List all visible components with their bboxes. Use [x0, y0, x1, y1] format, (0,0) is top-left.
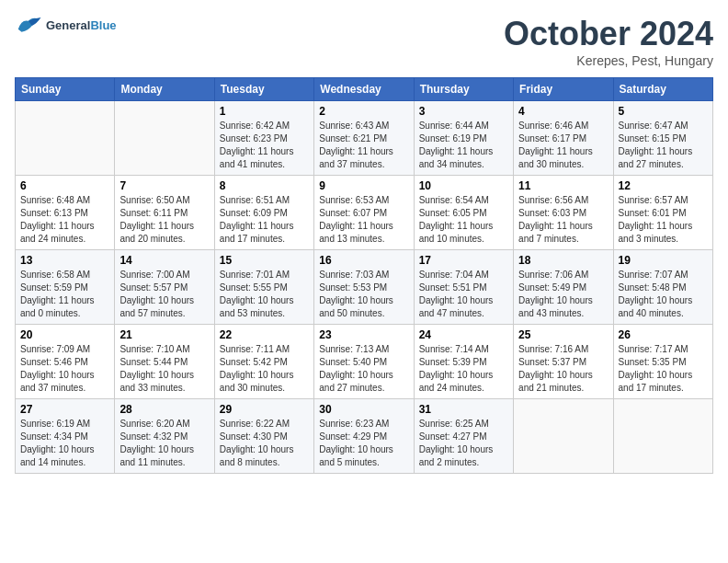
calendar-week-row: 6Sunrise: 6:48 AMSunset: 6:13 PMDaylight… [16, 176, 713, 250]
day-number: 27 [20, 403, 109, 416]
weekday-header: Sunday [16, 78, 115, 101]
day-number: 25 [518, 328, 608, 341]
month-title: October 2024 [504, 15, 713, 53]
calendar-cell: 8Sunrise: 6:51 AMSunset: 6:09 PMDaylight… [214, 176, 313, 250]
day-number: 4 [518, 105, 608, 118]
day-details: Sunrise: 6:48 AMSunset: 6:13 PMDaylight:… [20, 194, 109, 246]
day-number: 5 [619, 105, 708, 118]
day-number: 9 [319, 179, 408, 192]
day-details: Sunrise: 7:01 AMSunset: 5:55 PMDaylight:… [220, 269, 309, 320]
weekday-header: Wednesday [314, 78, 414, 101]
day-details: Sunrise: 6:23 AMSunset: 4:29 PMDaylight:… [319, 418, 408, 469]
day-number: 14 [119, 254, 209, 267]
day-details: Sunrise: 7:00 AMSunset: 5:57 PMDaylight:… [119, 269, 209, 320]
calendar-cell: 22Sunrise: 7:11 AMSunset: 5:42 PMDayligh… [214, 325, 313, 399]
calendar-cell: 20Sunrise: 7:09 AMSunset: 5:46 PMDayligh… [16, 325, 115, 399]
title-section: October 2024 Kerepes, Pest, Hungary [504, 15, 713, 68]
day-number: 21 [119, 328, 209, 341]
location-label: Kerepes, Pest, Hungary [504, 53, 713, 68]
day-number: 24 [419, 328, 508, 341]
weekday-header: Friday [514, 78, 613, 101]
day-number: 16 [319, 254, 408, 267]
day-details: Sunrise: 7:16 AMSunset: 5:37 PMDaylight:… [518, 343, 608, 395]
day-details: Sunrise: 6:58 AMSunset: 5:59 PMDaylight:… [20, 269, 109, 320]
day-details: Sunrise: 6:43 AMSunset: 6:21 PMDaylight:… [319, 120, 408, 171]
day-number: 20 [20, 328, 109, 341]
weekday-header: Monday [115, 78, 214, 101]
day-details: Sunrise: 6:22 AMSunset: 4:30 PMDaylight:… [220, 418, 309, 469]
day-number: 22 [220, 328, 309, 341]
day-number: 13 [20, 254, 109, 267]
day-number: 8 [220, 179, 309, 192]
logo: GeneralBlue [15, 15, 117, 37]
day-details: Sunrise: 7:04 AMSunset: 5:51 PMDaylight:… [419, 269, 508, 320]
weekday-row: SundayMondayTuesdayWednesdayThursdayFrid… [16, 78, 713, 101]
calendar-cell [514, 399, 613, 474]
calendar-week-row: 13Sunrise: 6:58 AMSunset: 5:59 PMDayligh… [16, 250, 713, 325]
day-number: 28 [119, 403, 209, 416]
calendar-week-row: 1Sunrise: 6:42 AMSunset: 6:23 PMDaylight… [16, 101, 713, 176]
day-details: Sunrise: 7:13 AMSunset: 5:40 PMDaylight:… [319, 343, 408, 395]
calendar-cell [613, 399, 712, 474]
day-number: 3 [419, 105, 508, 118]
day-details: Sunrise: 6:19 AMSunset: 4:34 PMDaylight:… [20, 418, 109, 469]
calendar-cell: 28Sunrise: 6:20 AMSunset: 4:32 PMDayligh… [115, 399, 214, 474]
logo-icon [15, 15, 42, 37]
day-details: Sunrise: 6:25 AMSunset: 4:27 PMDaylight:… [419, 418, 508, 469]
day-details: Sunrise: 6:20 AMSunset: 4:32 PMDaylight:… [119, 418, 209, 469]
day-number: 30 [319, 403, 408, 416]
day-number: 19 [619, 254, 708, 267]
calendar-cell: 26Sunrise: 7:17 AMSunset: 5:35 PMDayligh… [613, 325, 712, 399]
calendar-cell: 7Sunrise: 6:50 AMSunset: 6:11 PMDaylight… [115, 176, 214, 250]
day-number: 1 [220, 105, 309, 118]
calendar-cell: 30Sunrise: 6:23 AMSunset: 4:29 PMDayligh… [314, 399, 414, 474]
day-number: 7 [119, 179, 209, 192]
calendar-cell: 12Sunrise: 6:57 AMSunset: 6:01 PMDayligh… [613, 176, 712, 250]
day-details: Sunrise: 7:10 AMSunset: 5:44 PMDaylight:… [119, 343, 209, 395]
day-number: 26 [619, 328, 708, 341]
calendar-cell: 1Sunrise: 6:42 AMSunset: 6:23 PMDaylight… [214, 101, 313, 176]
day-number: 2 [319, 105, 408, 118]
day-details: Sunrise: 7:09 AMSunset: 5:46 PMDaylight:… [20, 343, 109, 395]
day-number: 11 [518, 179, 608, 192]
calendar-cell: 27Sunrise: 6:19 AMSunset: 4:34 PMDayligh… [16, 399, 115, 474]
calendar-cell: 25Sunrise: 7:16 AMSunset: 5:37 PMDayligh… [514, 325, 613, 399]
day-details: Sunrise: 6:51 AMSunset: 6:09 PMDaylight:… [220, 194, 309, 246]
weekday-header: Thursday [414, 78, 513, 101]
calendar-body: 1Sunrise: 6:42 AMSunset: 6:23 PMDaylight… [16, 101, 713, 474]
calendar-cell: 18Sunrise: 7:06 AMSunset: 5:49 PMDayligh… [514, 250, 613, 325]
day-details: Sunrise: 6:42 AMSunset: 6:23 PMDaylight:… [220, 120, 309, 171]
day-number: 15 [220, 254, 309, 267]
calendar-cell: 4Sunrise: 6:46 AMSunset: 6:17 PMDaylight… [514, 101, 613, 176]
calendar-cell: 5Sunrise: 6:47 AMSunset: 6:15 PMDaylight… [613, 101, 712, 176]
calendar-week-row: 20Sunrise: 7:09 AMSunset: 5:46 PMDayligh… [16, 325, 713, 399]
day-number: 18 [518, 254, 608, 267]
day-number: 17 [419, 254, 508, 267]
day-details: Sunrise: 6:50 AMSunset: 6:11 PMDaylight:… [119, 194, 209, 246]
day-details: Sunrise: 7:11 AMSunset: 5:42 PMDaylight:… [220, 343, 309, 395]
day-details: Sunrise: 6:47 AMSunset: 6:15 PMDaylight:… [619, 120, 708, 171]
weekday-header: Tuesday [214, 78, 313, 101]
page-header: GeneralBlue October 2024 Kerepes, Pest, … [15, 15, 713, 68]
day-number: 23 [319, 328, 408, 341]
calendar-cell: 11Sunrise: 6:56 AMSunset: 6:03 PMDayligh… [514, 176, 613, 250]
logo-text: GeneralBlue [46, 18, 117, 33]
day-details: Sunrise: 6:56 AMSunset: 6:03 PMDaylight:… [518, 194, 608, 246]
day-details: Sunrise: 7:07 AMSunset: 5:48 PMDaylight:… [619, 269, 708, 320]
calendar-header: SundayMondayTuesdayWednesdayThursdayFrid… [16, 78, 713, 101]
calendar-cell: 10Sunrise: 6:54 AMSunset: 6:05 PMDayligh… [414, 176, 513, 250]
day-number: 6 [20, 179, 109, 192]
calendar-cell: 29Sunrise: 6:22 AMSunset: 4:30 PMDayligh… [214, 399, 313, 474]
day-details: Sunrise: 7:14 AMSunset: 5:39 PMDaylight:… [419, 343, 508, 395]
calendar-cell: 3Sunrise: 6:44 AMSunset: 6:19 PMDaylight… [414, 101, 513, 176]
calendar-cell: 31Sunrise: 6:25 AMSunset: 4:27 PMDayligh… [414, 399, 513, 474]
calendar-cell: 19Sunrise: 7:07 AMSunset: 5:48 PMDayligh… [613, 250, 712, 325]
calendar-cell: 24Sunrise: 7:14 AMSunset: 5:39 PMDayligh… [414, 325, 513, 399]
calendar-table: SundayMondayTuesdayWednesdayThursdayFrid… [15, 77, 713, 474]
day-number: 10 [419, 179, 508, 192]
calendar-cell: 14Sunrise: 7:00 AMSunset: 5:57 PMDayligh… [115, 250, 214, 325]
calendar-cell: 21Sunrise: 7:10 AMSunset: 5:44 PMDayligh… [115, 325, 214, 399]
calendar-cell: 15Sunrise: 7:01 AMSunset: 5:55 PMDayligh… [214, 250, 313, 325]
day-details: Sunrise: 7:06 AMSunset: 5:49 PMDaylight:… [518, 269, 608, 320]
calendar-cell: 23Sunrise: 7:13 AMSunset: 5:40 PMDayligh… [314, 325, 414, 399]
